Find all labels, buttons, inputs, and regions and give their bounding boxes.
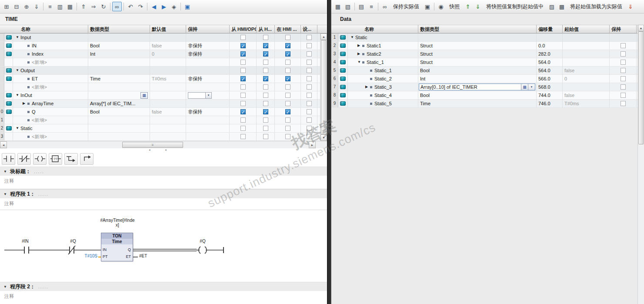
in-hmi-checkbox[interactable] xyxy=(285,43,290,48)
from-hmi-opc-checkbox[interactable] xyxy=(240,134,246,139)
interface-horizontal-scrollbar[interactable] xyxy=(0,141,327,148)
from-hmi-checkbox[interactable] xyxy=(263,84,268,90)
expand-arrow-icon[interactable]: ▼ xyxy=(350,33,355,41)
horizontal-scrollbar-thumb[interactable] xyxy=(122,142,183,148)
export-source-icon[interactable]: ⇒ xyxy=(89,2,98,11)
from-hmi-checkbox[interactable] xyxy=(263,51,268,57)
freeze-values-icon[interactable]: ▣ xyxy=(423,2,432,11)
setpoint-checkbox[interactable] xyxy=(307,68,312,73)
table-row[interactable]: Index Int 0 非保持 xyxy=(0,50,327,58)
table-row[interactable]: 2 ▼Static xyxy=(0,124,327,133)
insert-parameter-icon[interactable]: ⊕ xyxy=(22,2,31,11)
ladder-network-canvas[interactable]: #ArrayTime[#Inde x] #IN #Q #Q T#10S #ET … xyxy=(0,210,327,282)
expand-arrow-icon[interactable]: ▼ xyxy=(16,33,20,41)
in-hmi-checkbox[interactable] xyxy=(285,134,290,139)
setpoint-checkbox[interactable] xyxy=(307,84,312,90)
separator[interactable] xyxy=(77,3,77,10)
table-row[interactable]: 1 ▼Static xyxy=(331,33,644,42)
in-hmi-checkbox[interactable] xyxy=(285,84,290,90)
from-hmi-opc-checkbox[interactable] xyxy=(240,126,246,131)
table-row[interactable]: 0 Q Bool false 非保持 xyxy=(0,108,327,116)
from-hmi-opc-checkbox[interactable] xyxy=(240,51,246,57)
download-values-icon[interactable]: ⇓ xyxy=(626,2,635,11)
import-source-icon[interactable]: ⇑ xyxy=(79,2,88,11)
table-row[interactable]: 7 ▶Static_3 Array[0..10] of IEC_TIMER 56… xyxy=(331,83,644,91)
pane-divider[interactable] xyxy=(327,0,331,304)
access-protection-icon[interactable]: ◈ xyxy=(169,2,179,11)
retain-checkbox[interactable] xyxy=(621,68,626,73)
data-vertical-scrollbar[interactable] xyxy=(637,25,644,304)
block-comment[interactable]: 注释 xyxy=(0,176,327,189)
type-dropdown-button[interactable] xyxy=(528,84,535,90)
retain-checkbox[interactable] xyxy=(621,76,626,81)
from-hmi-checkbox[interactable] xyxy=(263,35,268,40)
sort-rows-icon[interactable]: ≡ xyxy=(45,2,55,11)
vertical-scrollbar-thumb[interactable] xyxy=(321,40,327,134)
network-1-title-placeholder[interactable]: ..... xyxy=(38,192,49,197)
collapse-arrow-icon[interactable]: ▼ xyxy=(3,285,7,289)
from-hmi-checkbox[interactable] xyxy=(263,134,268,139)
setpoint-checkbox[interactable] xyxy=(307,60,312,65)
setpoint-checkbox[interactable] xyxy=(307,93,312,98)
setpoint-checkbox[interactable] xyxy=(307,76,312,81)
table-row[interactable]: ET Time T#0ms 非保持 xyxy=(0,75,327,83)
table-grid-icon[interactable]: ▦ xyxy=(65,2,75,11)
setpoint-checkbox[interactable] xyxy=(307,101,312,106)
insert-row-icon[interactable]: ⊞ xyxy=(2,2,11,11)
from-hmi-opc-checkbox[interactable] xyxy=(240,84,246,90)
table-row[interactable]: 5 Static_1 Bool 564.0 false xyxy=(331,67,644,75)
table-row[interactable]: 9 Static_5 Time 746.0 T#0ms xyxy=(331,100,644,108)
splitter-collapse-icon[interactable] xyxy=(149,148,151,151)
retain-checkbox[interactable] xyxy=(621,101,626,106)
setpoint-checkbox[interactable] xyxy=(307,126,312,131)
from-hmi-checkbox[interactable] xyxy=(263,101,268,106)
in-hmi-checkbox[interactable] xyxy=(285,51,290,57)
table-row[interactable]: IN Bool false 非保持 xyxy=(0,42,327,50)
from-hmi-opc-checkbox[interactable] xyxy=(240,93,246,98)
browse-type-button[interactable] xyxy=(521,84,528,90)
scroll-up-button[interactable] xyxy=(638,25,644,31)
timer-instance-operand-wrap[interactable]: x] xyxy=(87,223,148,227)
from-hmi-checkbox[interactable] xyxy=(263,68,268,73)
setpoint-checkbox[interactable] xyxy=(307,35,312,40)
title-placeholder[interactable]: ..... xyxy=(34,169,44,174)
pt-value-operand[interactable]: T#10S xyxy=(77,254,97,258)
setpoint-checkbox[interactable] xyxy=(307,117,312,123)
setpoint-checkbox[interactable] xyxy=(307,43,312,48)
from-hmi-checkbox[interactable] xyxy=(263,76,268,81)
scroll-down-button[interactable] xyxy=(320,134,327,141)
from-hmi-checkbox[interactable] xyxy=(263,93,268,98)
from-hmi-opc-checkbox[interactable] xyxy=(240,43,246,48)
table-row[interactable]: ▶ArrayTime Array[*] of IEC_TIM... xyxy=(0,100,327,108)
table-row[interactable]: ▼Output xyxy=(0,67,327,75)
network-2-comment[interactable]: 注释 xyxy=(0,291,327,304)
from-hmi-opc-checkbox[interactable] xyxy=(240,35,246,40)
in-hmi-checkbox[interactable] xyxy=(285,126,290,131)
vertical-scrollbar-thumb[interactable] xyxy=(638,31,644,144)
in-hmi-checkbox[interactable] xyxy=(285,60,290,65)
from-hmi-checkbox[interactable] xyxy=(263,126,268,131)
separator[interactable] xyxy=(43,3,43,10)
refresh-icon[interactable]: ↻ xyxy=(99,2,108,11)
close-branch-icon[interactable] xyxy=(80,153,93,165)
in-hmi-checkbox[interactable] xyxy=(285,101,290,106)
go-previous-icon[interactable]: ◀ xyxy=(149,2,159,11)
table-columns-icon[interactable]: ▥ xyxy=(55,2,65,11)
retain-checkbox[interactable] xyxy=(621,51,626,57)
separator[interactable] xyxy=(123,3,124,10)
datatype-edit-value[interactable]: Array[0..10] of IEC_TIMER xyxy=(419,83,521,91)
setpoint-checkbox[interactable] xyxy=(307,134,312,139)
expand-arrow-icon[interactable]: ▼ xyxy=(16,67,20,74)
retain-checkbox[interactable] xyxy=(621,60,626,65)
from-hmi-checkbox[interactable] xyxy=(263,43,268,48)
coil-icon[interactable] xyxy=(33,153,47,165)
table-row[interactable]: ▼Input xyxy=(0,33,327,42)
add-row-icon[interactable]: ⊟ xyxy=(12,2,21,11)
snapshot-camera-icon[interactable]: ◉ xyxy=(436,2,446,11)
setpoint-checkbox[interactable] xyxy=(307,109,312,114)
retain-checkbox[interactable] xyxy=(621,84,626,90)
retain-dropdown[interactable] xyxy=(188,92,212,99)
expand-arrow-icon[interactable]: ▼ xyxy=(357,58,362,66)
no-contact-icon[interactable] xyxy=(2,153,15,165)
horizontal-scrollbar-track[interactable] xyxy=(7,141,309,148)
